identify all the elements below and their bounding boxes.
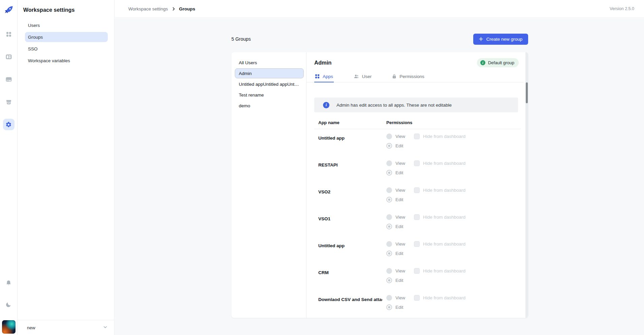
sidebar-item-workspace-variables[interactable]: Workspace variables	[25, 55, 108, 66]
group-list-item-all-users[interactable]: All Users	[235, 58, 304, 68]
notifications-icon[interactable]	[3, 277, 14, 289]
apps-icon[interactable]	[3, 29, 14, 40]
tab-user[interactable]: User	[353, 71, 373, 82]
apps-table-body: Untitled appViewEditHide from dashboardR…	[314, 129, 526, 318]
workspace-name: new	[27, 325, 35, 330]
user-avatar[interactable]	[2, 320, 15, 334]
tab-permissions[interactable]: Permissions	[391, 71, 425, 82]
edit-radio	[386, 170, 392, 176]
app-name: RESTAPI	[318, 162, 382, 168]
app-name: VSO2	[318, 189, 382, 194]
sidebar-title: Workspace settings	[18, 0, 114, 13]
hide-from-dashboard-option: Hide from dashboard	[414, 295, 465, 301]
scrollbar-track[interactable]	[525, 52, 528, 318]
hide-from-dashboard-checkbox	[414, 268, 420, 274]
group-item-label: Test rename	[239, 92, 264, 98]
hide-from-dashboard-label: Hide from dashboard	[423, 268, 465, 273]
edit-label: Edit	[395, 143, 403, 148]
scrollbar-thumb[interactable]	[526, 82, 528, 103]
info-icon: i	[323, 102, 329, 108]
hide-from-dashboard-label: Hide from dashboard	[423, 188, 465, 193]
group-detail-panel: Admin i Default group AppsUserPermission…	[307, 52, 528, 318]
hide-from-dashboard-option: Hide from dashboard	[414, 268, 465, 274]
tooljet-logo-icon[interactable]	[4, 5, 14, 15]
marketplace-icon[interactable]	[3, 96, 14, 108]
app-permission-row: Untitled appViewEditHide from dashboard	[314, 237, 526, 264]
view-radio	[386, 134, 392, 139]
app-name: Untitled app	[318, 243, 382, 248]
hide-from-dashboard-option: Hide from dashboard	[414, 214, 465, 220]
view-label: View	[395, 295, 405, 300]
hide-from-dashboard-checkbox	[414, 214, 420, 220]
hide-from-dashboard-checkbox	[414, 295, 420, 301]
hide-from-dashboard-label: Hide from dashboard	[423, 134, 465, 139]
sidebar-item-sso[interactable]: SSO	[25, 44, 108, 54]
hide-from-dashboard-label: Hide from dashboard	[423, 215, 465, 220]
app-permission-row: Downlaod CSV and Send attac...ViewEditHi…	[314, 291, 526, 318]
hide-from-dashboard-checkbox	[414, 134, 420, 139]
sidebar-item-users[interactable]: Users	[25, 20, 108, 30]
group-item-label: demo	[239, 103, 250, 108]
view-option: View	[386, 214, 405, 220]
edit-label: Edit	[395, 170, 403, 175]
group-list-item-untitled-appuntitled-appuntitle[interactable]: Untitled appUntitled appUntitle...	[235, 79, 304, 89]
hide-from-dashboard-label: Hide from dashboard	[423, 161, 465, 166]
breadcrumb-parent[interactable]: Workspace settings	[128, 6, 168, 11]
tab-apps[interactable]: Apps	[314, 71, 334, 82]
edit-radio	[386, 277, 392, 283]
view-radio	[386, 187, 392, 193]
edit-radio	[386, 304, 392, 310]
edit-option: Edit	[386, 304, 403, 310]
topbar: Workspace settings Groups Version 2.5.0	[115, 0, 644, 18]
edit-option: Edit	[386, 277, 403, 283]
edit-radio	[386, 197, 392, 202]
app-permission-row: Untitled appViewEditHide from dashboard	[314, 129, 526, 156]
view-radio	[386, 214, 392, 220]
view-radio	[386, 295, 392, 301]
version-label: Version 2.5.0	[610, 6, 634, 11]
group-detail-tabs: AppsUserPermissions	[307, 71, 524, 82]
group-list-item-demo[interactable]: demo	[235, 101, 304, 111]
app-icon-rail	[0, 0, 18, 335]
lock-icon	[392, 74, 396, 79]
edit-label: Edit	[395, 197, 403, 202]
settings-icon[interactable]	[3, 119, 14, 130]
chevron-right-icon	[172, 7, 175, 11]
plus-icon	[479, 37, 483, 41]
group-list: All UsersAdminUntitled appUntitled appUn…	[231, 52, 307, 318]
info-banner: i Admin has edit access to all apps. The…	[314, 98, 518, 112]
hide-from-dashboard-label: Hide from dashboard	[423, 295, 465, 300]
sidebar-item-label: Groups	[28, 35, 43, 40]
view-radio	[386, 160, 392, 166]
rail-bottom-icons	[2, 277, 15, 335]
default-group-label: Default group	[488, 60, 514, 65]
view-option: View	[386, 134, 405, 139]
app-permission-row: CRMViewEditHide from dashboard	[314, 264, 526, 291]
sidebar-item-label: Users	[28, 23, 40, 28]
sidebar-item-groups[interactable]: Groups	[25, 32, 108, 42]
user-icon	[354, 74, 359, 79]
edit-label: Edit	[395, 224, 403, 229]
settings-sidebar: Workspace settings UsersGroupsSSOWorkspa…	[18, 0, 115, 335]
group-list-item-test-rename[interactable]: Test rename	[235, 90, 304, 100]
view-option: View	[386, 187, 405, 193]
data-sources-icon[interactable]	[3, 51, 14, 63]
group-detail-header: Admin i Default group	[314, 58, 519, 67]
column-permissions: Permissions	[386, 120, 412, 125]
view-label: View	[395, 241, 405, 247]
dark-mode-icon[interactable]	[3, 299, 14, 310]
tab-label: Apps	[323, 74, 333, 79]
view-radio	[386, 268, 392, 274]
view-option: View	[386, 160, 405, 166]
page-header: 5 Groups Create new group	[231, 33, 528, 45]
edit-label: Edit	[395, 251, 403, 256]
group-list-item-admin[interactable]: Admin	[235, 68, 304, 78]
app-permission-row: VSO2ViewEditHide from dashboard	[314, 183, 526, 210]
groups-card: All UsersAdminUntitled appUntitled appUn…	[231, 52, 528, 318]
create-new-group-button[interactable]: Create new group	[473, 34, 528, 45]
app-permission-row: VSO1ViewEditHide from dashboard	[314, 210, 526, 237]
workspace-switcher[interactable]: new	[18, 320, 114, 335]
edit-option: Edit	[386, 143, 403, 149]
view-label: View	[395, 188, 405, 193]
database-icon[interactable]	[3, 74, 14, 85]
